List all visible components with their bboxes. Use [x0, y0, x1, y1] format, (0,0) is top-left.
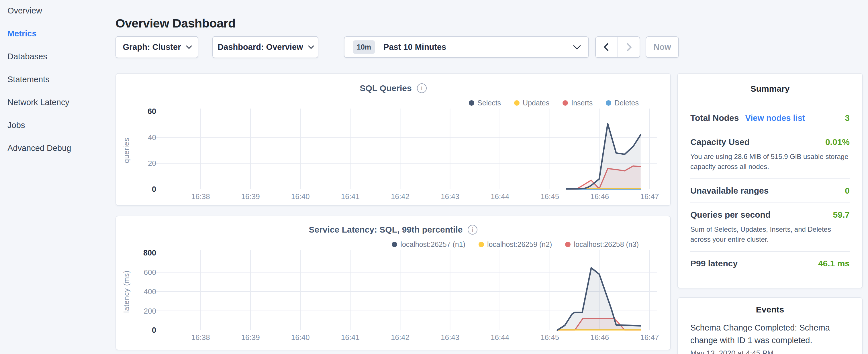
- page-title: Overview Dashboard: [116, 16, 236, 30]
- svg-text:800: 800: [143, 249, 156, 257]
- legend-label: Deletes: [614, 99, 639, 107]
- legend-label: localhost:26259 (n2): [487, 240, 552, 249]
- info-icon[interactable]: i: [468, 225, 477, 234]
- svg-text:latency (ms): latency (ms): [122, 270, 130, 313]
- summary-row-total-nodes: Total Nodes View nodes list 3: [690, 106, 850, 130]
- svg-text:0: 0: [152, 326, 156, 334]
- sidebar-item-statements[interactable]: Statements: [7, 68, 71, 91]
- summary-row-label: Unavailable ranges: [690, 186, 769, 196]
- events-title: Events: [690, 305, 850, 315]
- sidebar-item-advanced-debug[interactable]: Advanced Debug: [7, 137, 71, 160]
- chevron-down-icon: [573, 42, 581, 50]
- chevron-right-icon: [623, 43, 632, 52]
- chevron-left-icon: [603, 43, 612, 52]
- svg-text:16:47: 16:47: [640, 333, 659, 342]
- time-range-badge: 10m: [353, 40, 375, 54]
- sql-queries-chart-card: 16:3816:3916:4016:4116:4216:4316:4416:45…: [116, 73, 671, 206]
- event-timestamp: May 13, 2020 at 4:45 PM: [690, 349, 850, 354]
- summary-row-value: 59.7: [833, 210, 850, 220]
- svg-text:16:46: 16:46: [590, 192, 609, 201]
- series-dot-icon: [514, 100, 520, 106]
- time-range-label: Past 10 Minutes: [383, 42, 446, 52]
- legend-label: Selects: [477, 99, 501, 107]
- svg-text:16:41: 16:41: [341, 333, 360, 342]
- time-step-back-button[interactable]: [596, 37, 618, 57]
- legend-label: localhost:26257 (n1): [400, 240, 465, 249]
- service-latency-chart: 16:3816:3916:4016:4116:4216:4316:4416:45…: [116, 216, 670, 348]
- sidebar-item-overview[interactable]: Overview: [7, 0, 71, 22]
- series-dot-icon: [562, 100, 568, 106]
- info-icon[interactable]: i: [417, 83, 427, 93]
- dashboard-dropdown[interactable]: Dashboard: Overview: [212, 36, 318, 58]
- summary-row-p99-latency: P99 latency 46.1 ms: [690, 252, 850, 275]
- series-dot-icon: [469, 100, 474, 106]
- sidebar-item-jobs[interactable]: Jobs: [7, 114, 71, 137]
- summary-row-value: 0.01%: [825, 137, 850, 147]
- summary-row-capacity-used: Capacity Used 0.01% You are using 28.6 M…: [690, 130, 850, 179]
- chart-legend: localhost:26257 (n1) localhost:26259 (n2…: [392, 240, 639, 249]
- legend-item: Updates: [514, 99, 549, 107]
- graph-scope-dropdown[interactable]: Graph: Cluster: [116, 36, 198, 58]
- chart-title-row: SQL Queries i: [116, 83, 670, 93]
- summary-row-queries-per-second: Queries per second 59.7 Sum of Selects, …: [690, 203, 850, 252]
- legend-label: localhost:26258 (n3): [574, 240, 639, 249]
- summary-panel: Summary Total Nodes View nodes list 3 Ca…: [677, 73, 863, 288]
- svg-text:16:40: 16:40: [291, 333, 310, 342]
- svg-text:queries: queries: [122, 138, 130, 163]
- svg-text:16:39: 16:39: [241, 192, 260, 201]
- graph-scope-dropdown-label: Graph: Cluster: [123, 42, 181, 52]
- sidebar-item-network-latency[interactable]: Network Latency: [7, 91, 71, 114]
- chart-title: Service Latency: SQL, 99th percentile: [309, 225, 463, 234]
- legend-item: localhost:26257 (n1): [392, 240, 465, 249]
- svg-text:16:44: 16:44: [491, 192, 509, 201]
- legend-item: localhost:26259 (n2): [478, 240, 552, 249]
- svg-text:16:42: 16:42: [391, 333, 409, 342]
- legend-label: Inserts: [571, 99, 593, 107]
- chevron-down-icon: [186, 43, 192, 49]
- svg-text:16:44: 16:44: [491, 333, 509, 342]
- summary-row-label: Queries per second: [690, 210, 771, 220]
- svg-text:16:46: 16:46: [590, 333, 609, 342]
- chevron-down-icon: [308, 43, 314, 49]
- summary-row-description: You are using 28.6 MiB of 515.9 GiB usab…: [690, 152, 850, 171]
- series-dot-icon: [606, 100, 611, 106]
- svg-text:60: 60: [148, 107, 156, 116]
- svg-text:16:38: 16:38: [191, 333, 210, 342]
- view-nodes-list-link[interactable]: View nodes list: [745, 114, 805, 123]
- svg-text:200: 200: [144, 307, 156, 315]
- svg-text:16:40: 16:40: [291, 192, 310, 201]
- chart-title: SQL Queries: [360, 83, 411, 93]
- svg-text:16:42: 16:42: [391, 192, 409, 201]
- series-dot-icon: [478, 242, 484, 247]
- chart-legend: Selects Updates Inserts Deletes: [469, 99, 639, 107]
- svg-text:400: 400: [144, 287, 156, 296]
- svg-text:40: 40: [148, 133, 156, 142]
- event-list-item: Schema Change Completed: Schema change w…: [690, 321, 850, 354]
- series-dot-icon: [392, 242, 397, 247]
- legend-item: Selects: [469, 99, 501, 107]
- summary-row-unavailable-ranges: Unavailable ranges 0: [690, 179, 850, 203]
- series-dot-icon: [565, 242, 570, 247]
- summary-row-label: Capacity Used: [690, 137, 750, 147]
- svg-text:600: 600: [144, 268, 156, 277]
- summary-row-value: 0: [845, 186, 850, 196]
- svg-text:16:43: 16:43: [441, 333, 459, 342]
- summary-row-value: 46.1 ms: [818, 259, 850, 268]
- legend-item: Deletes: [606, 99, 639, 107]
- svg-text:16:38: 16:38: [191, 192, 210, 201]
- sidebar-item-metrics[interactable]: Metrics: [7, 22, 71, 45]
- sidebar-item-databases[interactable]: Databases: [7, 45, 71, 68]
- event-message: Schema Change Completed: Schema change w…: [690, 321, 850, 347]
- svg-text:20: 20: [148, 159, 156, 167]
- sql-queries-chart: 16:3816:3916:4016:4116:4216:4316:4416:45…: [116, 74, 670, 205]
- db-console-page: Overview Metrics Databases Statements Ne…: [0, 0, 868, 354]
- now-button[interactable]: Now: [646, 36, 679, 58]
- time-range-dropdown[interactable]: 10m Past 10 Minutes: [344, 36, 589, 58]
- svg-text:0: 0: [152, 185, 156, 194]
- chart-title-row: Service Latency: SQL, 99th percentile i: [116, 225, 670, 234]
- svg-text:16:43: 16:43: [441, 192, 459, 201]
- time-step-forward-button[interactable]: [618, 37, 640, 57]
- summary-row-label: P99 latency: [690, 259, 738, 268]
- legend-item: Inserts: [562, 99, 593, 107]
- events-panel: Events Schema Change Completed: Schema c…: [677, 297, 863, 354]
